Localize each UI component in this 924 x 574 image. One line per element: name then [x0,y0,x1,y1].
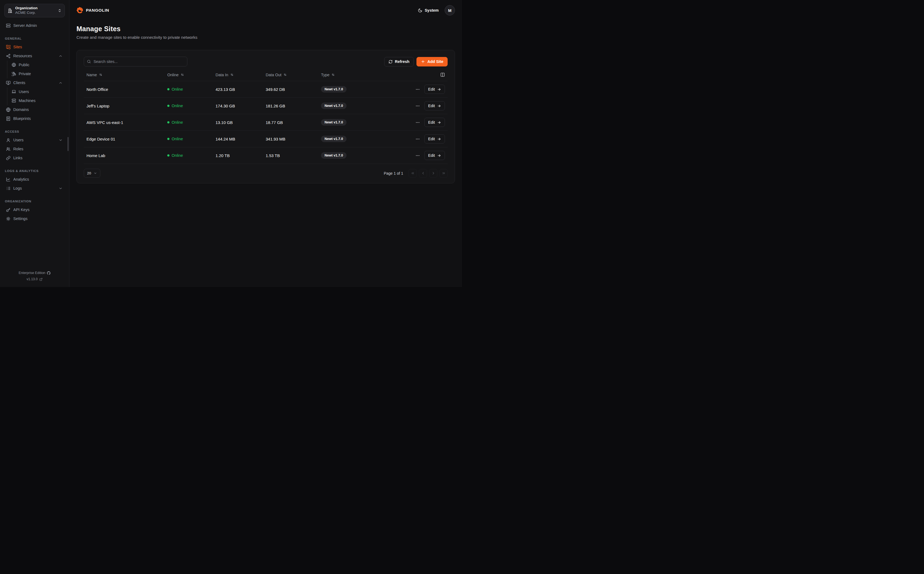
column-label: Name [86,73,97,77]
org-selector[interactable]: Organization ACME Corp. [4,4,65,17]
sidebar-item-public[interactable]: Public [12,60,65,69]
chevron-up-icon[interactable] [58,81,63,85]
plus-icon [421,59,425,64]
refresh-label: Refresh [395,59,409,64]
organization-icon [8,8,13,13]
sidebar-item-label: Domains [13,107,29,112]
chevron-down-icon [94,172,97,175]
refresh-icon [388,60,393,64]
sidebar-item-private[interactable]: Private [12,69,65,79]
column-header-data-out[interactable]: Data Out [266,73,321,77]
search-input[interactable] [84,57,187,66]
sidebar-item-clients[interactable]: Clients [4,79,65,87]
online-label: Online [171,137,183,141]
sidebar: Organization ACME Corp. Server Admin GEN… [0,0,69,287]
add-site-label: Add Site [427,59,443,64]
column-header-type[interactable]: Type [321,73,440,77]
sidebar-item-sites[interactable]: Sites [4,43,65,52]
column-visibility-icon[interactable] [440,73,445,77]
online-status: Online [167,104,215,108]
theme-toggle[interactable]: System [418,8,439,13]
refresh-button[interactable]: Refresh [384,57,414,66]
sidebar-item-label: Links [13,156,22,160]
section-label-access: ACCESS [5,130,64,133]
sort-icon [331,73,335,77]
online-label: Online [171,153,183,158]
sidebar-item-domains[interactable]: Domains [4,105,65,114]
table-row: Home Lab Online 1.20 TB 1.53 TB Newt v1.… [84,147,448,164]
add-site-button[interactable]: Add Site [416,57,448,66]
page-size-select[interactable]: 20 [84,169,100,178]
avatar-initial: M [448,8,452,13]
sidebar-item-label: Private [19,72,31,76]
globe-icon [6,107,11,112]
edition-link[interactable]: Enterprise Edition [4,270,65,276]
type-badge: Newt v1.7.0 [321,152,347,159]
brand-logo[interactable]: PANGOLIN [77,7,109,14]
globe-lock-icon [12,72,16,76]
sidebar-item-label: Roles [13,147,23,151]
sidebar-item-clients-users[interactable]: Users [12,87,65,96]
page-title: Manage Sites [77,25,455,33]
sidebar-item-blueprints[interactable]: Blueprints [4,114,65,123]
sidebar-item-users[interactable]: Users [4,136,65,145]
chevron-down-icon[interactable] [58,138,63,142]
first-page-button[interactable] [409,169,417,178]
sidebar-item-resources[interactable]: Resources [4,52,65,60]
online-dot [167,88,170,90]
row-menu-icon[interactable] [414,102,421,109]
previous-page-button[interactable] [419,169,427,178]
data-in-value: 144.24 MB [215,137,266,141]
type-badge: Newt v1.7.0 [321,86,347,93]
row-menu-icon[interactable] [414,152,421,159]
edit-button[interactable]: Edit [424,101,445,110]
last-page-button[interactable] [440,169,448,178]
chevron-down-icon[interactable] [58,186,63,191]
chevron-right-icon [431,171,435,175]
sidebar-item-analytics[interactable]: Analytics [4,175,65,184]
sidebar-item-label: Users [19,90,29,94]
column-header-online[interactable]: Online [167,73,215,77]
page-size-value: 20 [87,171,91,175]
row-menu-icon[interactable] [414,86,421,93]
column-header-data-in[interactable]: Data In [215,73,266,77]
data-in-value: 13.10 GB [215,120,266,125]
sidebar-item-api-keys[interactable]: API Keys [4,205,65,214]
next-page-button[interactable] [429,169,437,178]
sidebar-item-label: Machines [19,98,36,103]
row-menu-icon[interactable] [414,119,421,126]
online-status: Online [167,137,215,141]
data-out-value: 341.93 MB [266,137,321,141]
version-link[interactable]: v1.13.0 [4,276,65,283]
sidebar-footer: Enterprise Edition v1.13.0 [4,270,65,284]
edit-button[interactable]: Edit [424,151,445,160]
chevrons-up-down-icon [58,9,61,13]
sidebar-item-label: Logs [13,186,22,191]
chevrons-right-icon [442,171,446,175]
column-header-name[interactable]: Name [86,73,167,77]
section-label-organization: ORGANIZATION [5,200,64,203]
toolbar-actions: Refresh Add Site [384,57,448,66]
sidebar-item-links[interactable]: Links [4,153,65,162]
sidebar-scrollbar-thumb[interactable] [68,137,69,151]
online-label: Online [171,104,183,108]
org-selector-value: ACME Corp. [15,11,55,15]
sidebar-item-logs[interactable]: Logs [4,184,65,193]
sidebar-item-settings[interactable]: Settings [4,214,65,223]
org-selector-label: Organization [15,6,55,11]
server-icon [6,23,11,28]
edit-button[interactable]: Edit [424,134,445,144]
sidebar-item-machines[interactable]: Machines [12,96,65,105]
edit-button[interactable]: Edit [424,118,445,127]
row-menu-icon[interactable] [414,136,421,142]
avatar[interactable]: M [445,5,455,16]
sidebar-item-roles[interactable]: Roles [4,145,65,153]
search-wrap [84,57,187,66]
chevron-up-icon[interactable] [58,54,63,58]
topbar-right: System M [418,5,455,16]
arrow-right-icon [437,87,441,91]
online-label: Online [171,120,183,125]
edit-button[interactable]: Edit [424,85,445,94]
analytics-icon [6,177,11,182]
sidebar-item-server-admin[interactable]: Server Admin [4,21,65,30]
